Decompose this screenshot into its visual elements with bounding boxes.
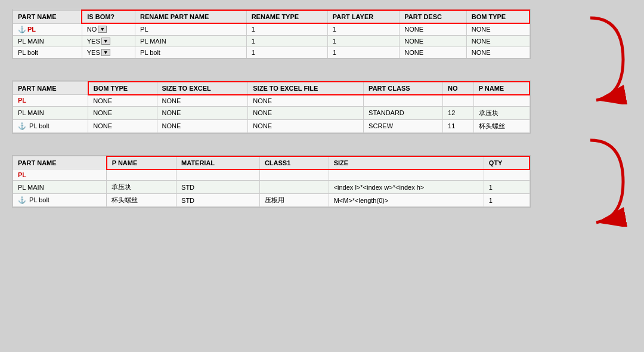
t1-bomtype-3: NONE [466,47,530,58]
t3-qty-1 [484,169,530,181]
t2-header-sizeexcelfile: SIZE TO EXCEL FILE [248,82,364,95]
arrows-container [584,12,629,227]
t2-header-sizeexcel: SIZE TO EXCEL [157,82,248,95]
t1-header-isbom: IS BOM? [82,10,135,23]
t1-partname-3: PL bolt [13,47,82,58]
t3-header-size: SIZE [329,156,484,169]
table-row: PL MAIN YES▼ PL MAIN 1 1 NONE NONE [13,35,530,47]
t2-partclass-2: STANDARD [364,106,443,119]
t2-partname-2: PL MAIN [13,106,88,119]
table-row: PL NONE NONE NONE [13,95,530,107]
t1-renametype-3: 1 [246,47,327,58]
t3-header-material: MATERIAL [177,156,260,169]
t2-partclass-1 [364,95,443,107]
t3-qty-3: 1 [484,194,530,207]
table-row: PL MAIN 承压块 STD <index l>*<index w>*<ind… [13,181,530,194]
t3-partname-2: PL MAIN [13,181,107,194]
t1-renamepart-1: PL [135,23,247,35]
t3-partname-1: PL [13,169,107,181]
t1-partdesc-2: NONE [400,35,466,47]
t3-qty-2: 1 [484,181,530,194]
t2-partname-3: ⚓ PL bolt [13,119,88,132]
t3-header-pname: P NAME [107,156,177,169]
main-content: PART NAME IS BOM? RENAME PART NAME RENAM… [12,9,531,218]
t1-isbom-3: YES▼ [82,47,135,58]
part-name-text: PL [18,171,26,178]
table1-section: PART NAME IS BOM? RENAME PART NAME RENAM… [12,9,531,59]
t1-partdesc-3: NONE [400,47,466,58]
t2-header-pname: P NAME [473,82,530,95]
t1-header-partdesc: PART DESC [400,10,466,23]
t1-partname-2: PL MAIN [13,35,82,47]
part-name-text: PL [18,97,26,104]
t1-renamepart-2: PL MAIN [135,35,247,47]
t3-material-1 [177,169,260,181]
t1-bomtype-1: NONE [466,23,530,35]
t1-bomtype-2: NONE [466,35,530,47]
t1-header-partname: PART NAME [13,10,82,23]
t1-isbom-1: NO▼ [82,23,135,35]
anchor-icon: ⚓ [18,122,26,129]
t2-sizeexcelfile-3: NONE [248,119,364,132]
t2-partclass-3: SCREW [364,119,443,132]
anchor-icon: ⚓ [18,26,26,33]
t3-material-3: STD [177,194,260,207]
t2-no-1 [443,95,474,107]
table-row: ⚓PL NO▼ PL 1 1 NONE NONE [13,23,530,35]
table2-section: PART NAME BOM TYPE SIZE TO EXCEL SIZE TO… [12,81,531,134]
t1-header-renamepart: RENAME PART NAME [135,10,247,23]
t2-header-bomtype: BOM TYPE [88,82,157,95]
t3-pname-1 [107,169,177,181]
t1-renamepart-3: PL bolt [135,47,247,58]
t3-class1-2 [259,181,329,194]
t2-sizeexcel-1: NONE [157,95,248,107]
t2-sizeexcel-2: NONE [157,106,248,119]
t3-class1-3: 压板用 [259,194,329,207]
table2: PART NAME BOM TYPE SIZE TO EXCEL SIZE TO… [13,81,530,133]
table3-section: PART NAME P NAME MATERIAL CLASS1 SIZE QT… [12,155,531,208]
red-arrow-1 [584,12,629,104]
t1-renametype-2: 1 [246,35,327,47]
table-row: PL bolt YES▼ PL bolt 1 1 NONE NONE [13,47,530,58]
t2-no-3: 11 [443,119,474,132]
t3-pname-2: 承压块 [107,181,177,194]
t2-sizeexcel-3: NONE [157,119,248,132]
t2-header-partname: PART NAME [13,82,88,95]
t3-partname-3: ⚓ PL bolt [13,194,107,207]
dropdown-arrow[interactable]: ▼ [101,38,110,45]
t1-partdesc-1: NONE [400,23,466,35]
t2-sizeexcelfile-2: NONE [248,106,364,119]
t3-material-2: STD [177,181,260,194]
t1-isbom-2: YES▼ [82,35,135,47]
table-row: ⚓ PL bolt NONE NONE NONE SCREW 11 杯头螺丝 [13,119,530,132]
part-name-text: PL [27,26,36,33]
t3-size-3: M<M>*<length(0)> [329,194,484,207]
t2-partname-1: PL [13,95,88,107]
t2-pname-3: 杯头螺丝 [473,119,530,132]
t2-pname-2: 承压块 [473,106,530,119]
t2-pname-1 [473,95,530,107]
table1: PART NAME IS BOM? RENAME PART NAME RENAM… [13,10,530,58]
t1-partname-1: ⚓PL [13,23,82,35]
dropdown-arrow[interactable]: ▼ [101,49,110,56]
t1-partlayer-2: 1 [327,35,400,47]
t2-no-2: 12 [443,106,474,119]
t1-header-bomtype: BOM TYPE [466,10,530,23]
t1-header-partlayer: PART LAYER [327,10,400,23]
t2-bomtype-2: NONE [88,106,157,119]
t3-size-1 [329,169,484,181]
t3-header-class1: CLASS1 [259,156,329,169]
table-row: ⚓ PL bolt 杯头螺丝 STD 压板用 M<M>*<length(0)> … [13,194,530,207]
t2-sizeexcelfile-1: NONE [248,95,364,107]
table3: PART NAME P NAME MATERIAL CLASS1 SIZE QT… [13,156,530,208]
dropdown-arrow[interactable]: ▼ [98,26,107,33]
table-row: PL [13,169,530,181]
t3-size-2: <index l>*<index w>*<index h> [329,181,484,194]
t3-class1-1 [259,169,329,181]
t1-partlayer-3: 1 [327,47,400,58]
t3-header-qty: QTY [484,156,530,169]
t1-partlayer-1: 1 [327,23,400,35]
t2-header-no: NO [443,82,474,95]
red-arrow-2 [584,134,629,227]
t3-header-partname: PART NAME [13,156,107,169]
